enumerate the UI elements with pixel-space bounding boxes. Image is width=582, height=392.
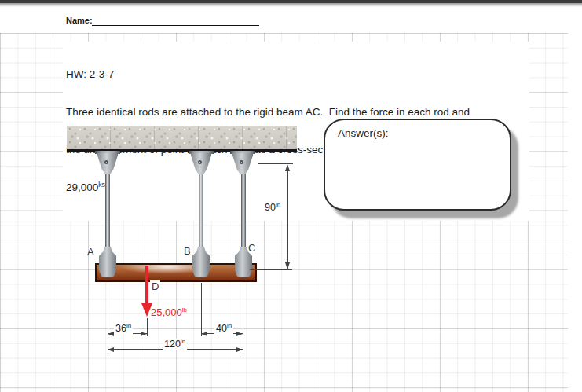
dim-120-arrow-left [108, 347, 114, 352]
dim-120-label: 120in [163, 339, 187, 350]
label-point-b: B [184, 245, 191, 257]
top-pin-c [240, 160, 243, 164]
extension-line-b [201, 283, 202, 336]
dim-36-label: 36in [114, 323, 133, 334]
bottom-grid-rule [0, 379, 582, 379]
extension-line-a [108, 283, 108, 354]
dim-36-arrow-right [141, 332, 147, 336]
problem-line-1: Three identical rods are attached to the… [66, 106, 526, 119]
page-top-edge-shadow [0, 3, 582, 7]
answer-box-label: Answer(s): [338, 127, 389, 139]
dim-90-arrow-up [285, 164, 290, 171]
dim-90-arrow-down [285, 262, 290, 269]
dim-90-label: 90in [263, 202, 282, 213]
name-blank-line [92, 25, 259, 26]
worksheet-page: Name: HW: 2-3-7 Three identical rods are… [0, 0, 582, 392]
rod-a [105, 172, 110, 251]
dim-120-arrow-right [236, 347, 243, 352]
problem-title: HW: 2-3-7 [66, 68, 526, 81]
label-point-d: D [150, 280, 160, 292]
rod-c [241, 172, 246, 251]
dim-36-arrow-left [108, 332, 114, 336]
answer-box: Answer(s): [324, 119, 511, 211]
rod-b [199, 172, 203, 251]
dim-90-line [287, 166, 288, 269]
load-value-label: 25,000lb [151, 306, 187, 318]
dim-40-label: 40in [214, 323, 233, 334]
dim-40-arrow-right [236, 332, 243, 336]
label-point-c: C [248, 242, 255, 254]
dim-40-arrow-left [201, 332, 207, 336]
top-pin-a [104, 160, 108, 164]
dim-90-bottom-extension [250, 269, 292, 270]
label-point-a: A [87, 246, 94, 258]
ceiling-slab [67, 126, 297, 152]
extension-line-c [243, 283, 243, 354]
load-arrow-shaft [145, 266, 148, 305]
top-pin-b [198, 160, 202, 164]
name-label: Name: [66, 16, 93, 25]
beam-ac [95, 263, 257, 282]
